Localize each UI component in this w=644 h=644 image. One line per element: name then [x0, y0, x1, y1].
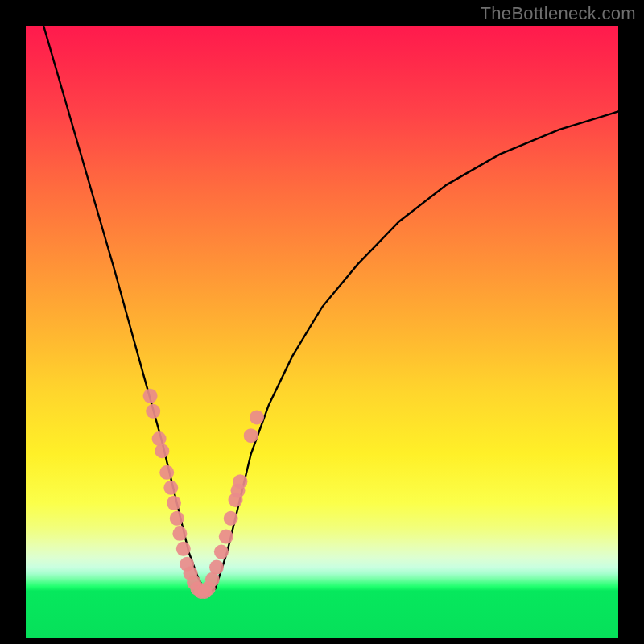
data-point — [152, 431, 167, 446]
data-point — [167, 496, 181, 510]
data-point — [146, 404, 160, 419]
data-point-group — [143, 389, 264, 599]
plot-area — [26, 26, 618, 638]
data-point — [233, 474, 247, 489]
chart-svg — [26, 26, 618, 638]
data-point — [209, 560, 224, 575]
chart-frame: TheBottleneck.com — [0, 0, 644, 644]
data-point — [176, 542, 191, 556]
data-point — [159, 465, 174, 480]
data-point — [250, 410, 264, 424]
data-point — [170, 511, 184, 526]
data-point — [155, 444, 169, 458]
data-point — [214, 545, 229, 559]
watermark-text: TheBottleneck.com — [481, 3, 636, 24]
bottleneck-curve — [43, 26, 618, 595]
data-point — [219, 530, 233, 544]
data-point — [172, 526, 187, 541]
data-point — [244, 428, 258, 443]
data-point — [163, 481, 178, 495]
data-point — [143, 389, 158, 403]
data-point — [224, 511, 238, 526]
